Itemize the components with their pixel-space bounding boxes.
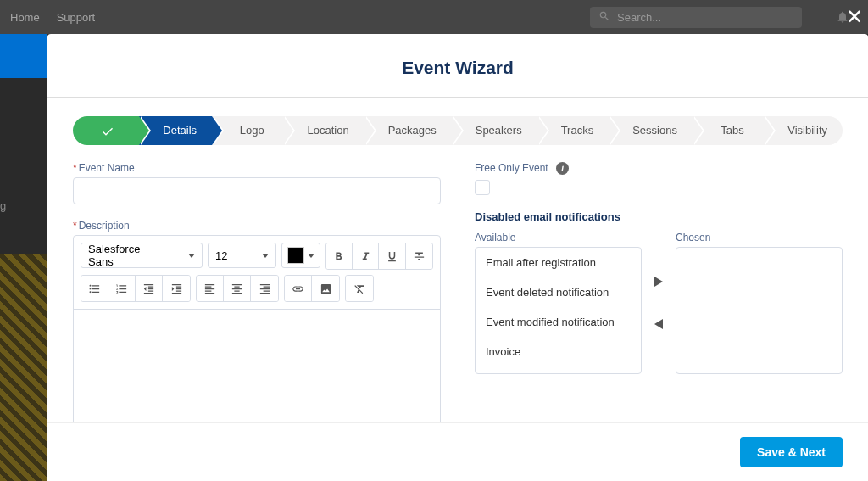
step-packages[interactable]: Packages <box>364 116 452 145</box>
outdent-button[interactable] <box>136 276 163 301</box>
side-highlight <box>0 34 47 78</box>
chosen-listbox[interactable] <box>676 247 843 374</box>
step-complete[interactable] <box>73 116 139 145</box>
strikethrough-button[interactable] <box>406 243 432 269</box>
align-right-button[interactable] <box>251 276 278 301</box>
global-search[interactable]: Search... <box>590 7 802 28</box>
image-button[interactable] <box>312 276 339 301</box>
nav-home[interactable]: Home <box>10 11 40 24</box>
global-topbar: Home Support Search... <box>0 0 868 34</box>
chevron-down-icon <box>262 254 269 258</box>
list-item[interactable]: Email after registration <box>476 248 641 277</box>
search-placeholder: Search... <box>617 11 661 24</box>
search-icon <box>598 10 610 25</box>
clear-format-button[interactable] <box>346 276 373 301</box>
chevron-down-icon <box>188 254 195 258</box>
save-next-button[interactable]: Save & Next <box>740 437 843 467</box>
wizard-steps: Details Logo Location Packages Speakers … <box>73 116 843 145</box>
check-icon <box>101 124 114 137</box>
modal-body: Details Logo Location Packages Speakers … <box>47 97 868 422</box>
list-item[interactable]: Event modified notification <box>476 307 641 337</box>
dual-listbox: Available Email after registration Event… <box>475 232 843 374</box>
underline-button[interactable] <box>379 243 405 269</box>
background-text: g <box>0 199 6 212</box>
move-right-button[interactable] <box>650 273 667 290</box>
list-item[interactable]: Event deleted notification <box>476 277 641 307</box>
move-left-button[interactable] <box>650 316 667 333</box>
rich-text-editor: Salesforce Sans 12 <box>73 235 441 422</box>
bullet-list-button[interactable] <box>81 276 108 301</box>
event-name-input[interactable] <box>73 177 441 204</box>
background-stripe <box>0 254 47 481</box>
align-center-button[interactable] <box>224 276 251 301</box>
italic-button[interactable] <box>353 243 379 269</box>
link-button[interactable] <box>285 276 312 301</box>
close-icon[interactable]: ✕ <box>846 5 863 29</box>
editor-toolbar: Salesforce Sans 12 <box>74 236 440 310</box>
chevron-down-icon <box>308 254 314 258</box>
disabled-notifications-heading: Disabled email notifications <box>475 210 843 223</box>
available-listbox[interactable]: Email after registration Event deleted n… <box>475 247 642 374</box>
font-size-select[interactable]: 12 <box>208 243 275 268</box>
numbered-list-button[interactable] <box>108 276 136 301</box>
step-location[interactable]: Location <box>283 116 364 145</box>
step-speakers[interactable]: Speakers <box>452 116 537 145</box>
chosen-label: Chosen <box>676 232 843 243</box>
event-name-label: *Event Name <box>73 162 441 174</box>
modal-title: Event Wizard <box>47 34 868 97</box>
color-swatch <box>287 247 304 264</box>
editor-content-area[interactable] <box>74 310 440 422</box>
bold-button[interactable] <box>326 243 353 269</box>
free-only-checkbox[interactable] <box>475 180 490 195</box>
available-label: Available <box>475 232 642 243</box>
info-icon[interactable]: i <box>556 162 569 175</box>
description-label: *Description <box>73 220 441 232</box>
font-family-select[interactable]: Salesforce Sans <box>81 243 203 268</box>
step-sessions[interactable]: Sessions <box>609 116 693 145</box>
event-wizard-modal: ✕ Event Wizard Details Logo Location Pac… <box>47 34 868 481</box>
nav-support[interactable]: Support <box>57 11 96 24</box>
text-color-picker[interactable] <box>281 243 320 268</box>
align-left-button[interactable] <box>197 276 224 301</box>
modal-footer: Save & Next <box>47 422 868 481</box>
list-item[interactable]: Invoice <box>476 337 641 366</box>
free-only-label: Free Only Event i <box>475 162 843 175</box>
indent-button[interactable] <box>163 276 190 301</box>
